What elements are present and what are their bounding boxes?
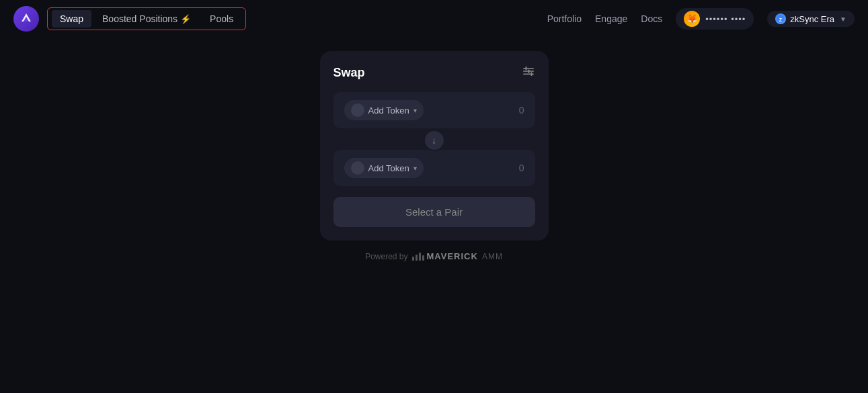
bolt-icon: ⚡ <box>180 14 191 24</box>
token-from-selector[interactable]: Add Token ▾ <box>344 100 424 120</box>
swap-card-title: Swap <box>333 66 365 80</box>
svg-rect-4 <box>523 74 534 75</box>
token-from-icon <box>351 103 364 117</box>
swap-direction-button[interactable]: ↓ <box>424 130 445 151</box>
main-content: Swap Add Token ▾ 0 <box>0 38 868 261</box>
nav-right: Portfolio Engage Docs 🦊 •••••• •••• Z zk… <box>547 8 855 30</box>
token-from-chevron: ▾ <box>413 107 417 114</box>
select-pair-button[interactable]: Select a Pair <box>333 197 535 227</box>
nav-tab-swap[interactable]: Swap <box>52 10 91 28</box>
powered-by-prefix: Powered by <box>365 252 407 261</box>
logo-icon <box>20 11 32 26</box>
token-to-amount: 0 <box>519 163 524 173</box>
token-to-label: Add Token <box>368 163 409 173</box>
powered-by-footer: Powered by maverick AMM <box>365 251 503 261</box>
network-icon: Z <box>775 13 786 24</box>
token-from-amount: 0 <box>519 105 524 116</box>
nav-tabs-group: Swap Boosted Positions ⚡ Pools <box>47 7 246 30</box>
token-from-label: Add Token <box>368 105 409 116</box>
chevron-down-icon: ▼ <box>840 15 846 23</box>
nav-tab-boosted[interactable]: Boosted Positions ⚡ <box>94 10 199 28</box>
maverick-brand-text: maverick <box>427 251 478 261</box>
nav-link-docs[interactable]: Docs <box>641 13 662 24</box>
svg-rect-5 <box>525 67 526 71</box>
maverick-bars-icon <box>412 253 424 261</box>
nav-link-engage[interactable]: Engage <box>595 13 627 24</box>
nav-tab-pools[interactable]: Pools <box>202 10 241 28</box>
svg-text:Z: Z <box>779 17 783 22</box>
wallet-address: •••••• •••• <box>705 14 746 24</box>
bar-3 <box>419 253 421 261</box>
network-chip[interactable]: Z zkSync Era ▼ <box>767 11 855 27</box>
wallet-avatar: 🦊 <box>684 11 700 27</box>
bar-4 <box>422 255 424 261</box>
navbar: Swap Boosted Positions ⚡ Pools Portfolio… <box>0 0 868 38</box>
svg-rect-7 <box>530 73 532 77</box>
token-to-chevron: ▾ <box>413 165 417 172</box>
svg-rect-2 <box>523 68 534 69</box>
svg-rect-6 <box>528 70 529 74</box>
swap-card-header: Swap <box>333 64 535 81</box>
token-to-selector[interactable]: Add Token ▾ <box>344 158 424 178</box>
swap-arrow-icon: ↓ <box>432 135 436 146</box>
nav-link-portfolio[interactable]: Portfolio <box>547 13 582 24</box>
maverick-logo: maverick <box>412 251 478 261</box>
network-name: zkSync Era <box>790 14 834 24</box>
swap-card: Swap Add Token ▾ 0 <box>320 51 549 241</box>
amm-text: AMM <box>482 252 503 261</box>
swap-arrow-wrapper: ↓ <box>333 130 535 151</box>
token-from-row: Add Token ▾ 0 <box>333 92 535 128</box>
bar-2 <box>416 255 418 261</box>
token-to-row: Add Token ▾ 0 <box>333 150 535 186</box>
app-logo[interactable] <box>13 6 39 32</box>
token-to-icon <box>351 161 364 175</box>
settings-icon[interactable] <box>522 64 535 81</box>
wallet-chip[interactable]: 🦊 •••••• •••• <box>676 8 754 30</box>
bar-1 <box>412 257 414 261</box>
